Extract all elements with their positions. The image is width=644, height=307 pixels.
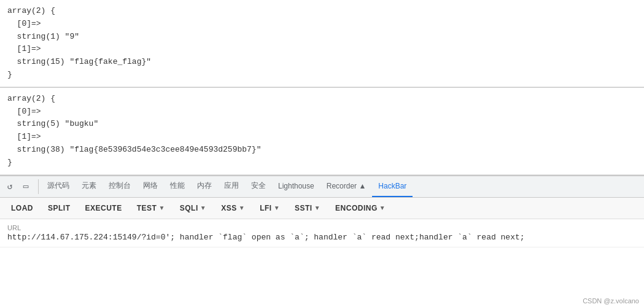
execute-button[interactable]: EXECUTE (79, 201, 128, 215)
tab-application[interactable]: 应用 (218, 176, 245, 197)
tab-hackbar[interactable]: HackBar (372, 176, 413, 197)
tab-recorder[interactable]: Recorder ▲ (320, 176, 373, 197)
tab-performance[interactable]: 性能 (164, 176, 191, 197)
encoding-dropdown-arrow: ▼ (379, 204, 386, 211)
test-button[interactable]: TEST ▼ (131, 201, 171, 215)
ssti-button[interactable]: SSTI ▼ (289, 201, 327, 215)
sqli-label: SQLI (180, 204, 198, 212)
toolbar-icons: ↺ ▭ (2, 179, 39, 194)
tab-console[interactable]: 控制台 (103, 176, 137, 197)
sqli-dropdown-arrow: ▼ (200, 204, 206, 211)
url-label: URL (7, 224, 637, 231)
url-value[interactable]: http://114.67.175.224:15149/?id=0'; hand… (7, 233, 637, 242)
tab-network[interactable]: 网络 (137, 176, 164, 197)
tab-element[interactable]: 元素 (76, 176, 103, 197)
encoding-label: ENCODING (335, 204, 378, 212)
url-area: URL http://114.67.175.224:15149/?id=0'; … (0, 219, 644, 247)
hackbar-toolbar: LOAD SPLIT EXECUTE TEST ▼ SQLI ▼ XSS ▼ L… (0, 198, 644, 219)
devtools-toolbar: ↺ ▭ 源代码 元素 控制台 网络 性能 内存 应用 安全 Lighthouse… (0, 176, 644, 198)
ssti-dropdown-arrow: ▼ (314, 204, 320, 211)
tab-memory[interactable]: 内存 (191, 176, 218, 197)
ssti-label: SSTI (295, 204, 312, 212)
lfi-dropdown-arrow: ▼ (274, 204, 280, 211)
device-icon[interactable]: ▭ (18, 179, 33, 194)
xss-dropdown-arrow: ▼ (239, 204, 245, 211)
tab-list: 源代码 元素 控制台 网络 性能 内存 应用 安全 Lighthouse Rec… (41, 176, 642, 197)
xss-label: XSS (221, 204, 237, 212)
xss-button[interactable]: XSS ▼ (215, 201, 251, 215)
lfi-label: LFI (260, 204, 272, 212)
code-block-2: array(2) { [0]=> string(5) "bugku" [1]=>… (0, 88, 644, 175)
load-button[interactable]: LOAD (5, 201, 39, 215)
inspect-icon[interactable]: ↺ (2, 179, 17, 194)
split-button[interactable]: SPLIT (42, 201, 77, 215)
tab-security[interactable]: 安全 (245, 176, 272, 197)
tab-source[interactable]: 源代码 (41, 176, 76, 197)
encoding-button[interactable]: ENCODING ▼ (329, 201, 392, 215)
code-block-1: array(2) { [0]=> string(1) "9" [1]=> str… (0, 0, 644, 87)
tab-lighthouse[interactable]: Lighthouse (272, 176, 320, 197)
test-label: TEST (137, 204, 157, 212)
sqli-button[interactable]: SQLI ▼ (174, 201, 212, 215)
lfi-button[interactable]: LFI ▼ (254, 201, 286, 215)
test-dropdown-arrow: ▼ (158, 204, 165, 211)
